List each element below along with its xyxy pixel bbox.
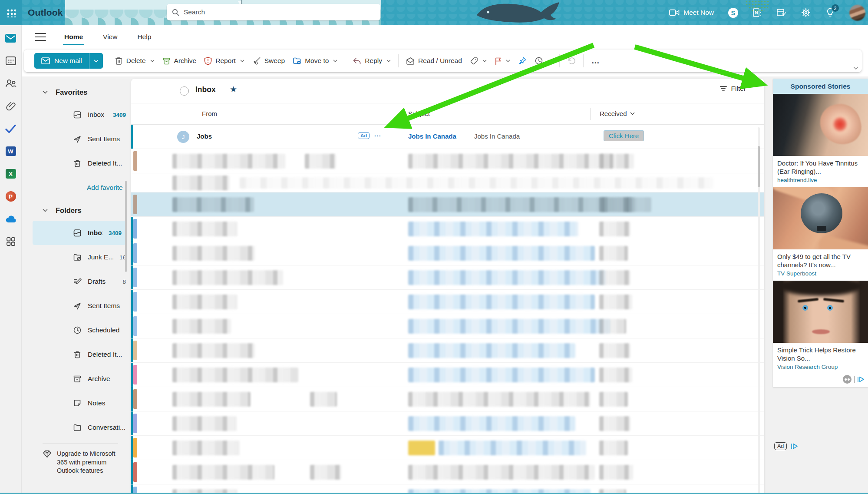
- new-mail-dropdown[interactable]: [89, 53, 103, 69]
- table-row[interactable]: [131, 149, 764, 173]
- ad-title[interactable]: Doctor: If You Have Tinnitus (Ear Ringin…: [773, 156, 868, 176]
- undo-button[interactable]: [563, 54, 580, 68]
- rail-attachments-button[interactable]: [5, 100, 17, 112]
- redacted-text: [408, 392, 591, 407]
- add-favorite-button[interactable]: Add favorite: [22, 176, 130, 200]
- ribbon-collapse-button[interactable]: [853, 63, 858, 71]
- report-button[interactable]: Report: [200, 53, 248, 68]
- categorize-button[interactable]: [466, 54, 491, 68]
- ad-domain-link[interactable]: Vision Research Group: [773, 363, 868, 374]
- table-row[interactable]: [131, 387, 764, 411]
- table-row[interactable]: [131, 173, 764, 192]
- ad-domain-link[interactable]: healthtrend.live: [773, 176, 868, 187]
- tab-view[interactable]: View: [100, 30, 120, 44]
- table-row[interactable]: [131, 217, 764, 241]
- redacted-text: [408, 441, 435, 455]
- sponsored-ad-tinnitus[interactable]: Doctor: If You Have Tinnitus (Ear Ringin…: [773, 94, 868, 187]
- table-row[interactable]: [131, 436, 764, 460]
- folder-item-deleted[interactable]: Deleted It...: [22, 342, 130, 367]
- favorite-item-inbox[interactable]: Inbox 3409: [22, 103, 130, 127]
- chevron-down-icon: [853, 66, 858, 70]
- onenote-button[interactable]: N: [752, 8, 762, 17]
- favorites-section-header[interactable]: Favorites: [22, 82, 130, 103]
- app-launcher-button[interactable]: [0, 0, 22, 25]
- ad-title[interactable]: Only $49 to get all the TV channels? It'…: [773, 249, 868, 270]
- skype-button[interactable]: S: [728, 8, 738, 18]
- table-row[interactable]: [131, 314, 764, 338]
- move-to-button[interactable]: Move to: [289, 54, 341, 68]
- read-unread-button[interactable]: Read / Unread: [402, 54, 466, 68]
- table-row[interactable]: [131, 363, 764, 387]
- table-row[interactable]: [131, 338, 764, 363]
- hamburger-menu-button[interactable]: [35, 33, 46, 41]
- list-scrollbar-thumb[interactable]: [758, 146, 760, 187]
- pin-button[interactable]: [514, 53, 531, 68]
- rail-powerpoint-button[interactable]: P: [5, 190, 17, 202]
- rail-people-button[interactable]: [5, 77, 17, 90]
- select-all-checkbox[interactable]: [180, 86, 189, 96]
- rail-excel-button[interactable]: X: [5, 168, 17, 180]
- reply-button[interactable]: Reply: [349, 54, 395, 68]
- folder-item-inbox[interactable]: Inbox 3409: [33, 221, 126, 245]
- new-mail-button[interactable]: New mail: [34, 53, 103, 69]
- folder-item-drafts[interactable]: Drafts 8: [22, 269, 130, 294]
- meet-now-button[interactable]: Meet Now: [669, 9, 714, 17]
- rail-calendar-button[interactable]: [5, 55, 17, 67]
- table-row[interactable]: [131, 290, 764, 314]
- ad-email-row[interactable]: J Jobs Ad ... Jobs In Canada Jobs In Can…: [131, 125, 764, 149]
- ad-feedback-icon[interactable]: [843, 375, 851, 384]
- column-from[interactable]: From: [202, 110, 217, 117]
- tips-button[interactable]: 2: [825, 7, 835, 18]
- click-here-button[interactable]: Click Here: [604, 130, 644, 141]
- rail-mail-button[interactable]: [5, 32, 17, 44]
- column-subject[interactable]: Subject: [408, 110, 430, 117]
- table-row[interactable]: [131, 460, 764, 484]
- table-row[interactable]: [131, 265, 764, 290]
- flag-button[interactable]: [491, 54, 514, 68]
- ad-domain-link[interactable]: TV Superboost: [773, 270, 868, 281]
- folder-item-scheduled[interactable]: Scheduled: [22, 318, 130, 342]
- column-received-sort[interactable]: Received: [600, 110, 635, 117]
- folder-item-junk[interactable]: Junk E... 16: [22, 245, 130, 269]
- ad-subject-link[interactable]: Jobs In Canada: [408, 133, 456, 140]
- upgrade-promo[interactable]: Upgrade to Microsoft 365 with premium Ou…: [43, 443, 118, 475]
- favorite-item-deleted[interactable]: Deleted It...: [22, 151, 130, 176]
- search-bar[interactable]: [167, 4, 380, 20]
- delete-button[interactable]: Delete: [111, 53, 158, 68]
- rail-more-apps-button[interactable]: [5, 235, 17, 248]
- rail-word-button[interactable]: W: [5, 145, 17, 157]
- sweep-button[interactable]: Sweep: [248, 53, 289, 68]
- redacted-text: [305, 154, 336, 169]
- ad-title[interactable]: Simple Trick Helps Restore Vision So...: [773, 343, 868, 363]
- sponsored-ad-vision[interactable]: Simple Trick Helps Restore Vision So... …: [773, 281, 868, 374]
- folder-item-sent[interactable]: Sent Items: [22, 294, 130, 318]
- favorite-star-icon[interactable]: ★: [230, 84, 237, 94]
- folder-item-archive[interactable]: Archive: [22, 367, 130, 391]
- tab-home[interactable]: Home: [62, 30, 86, 44]
- table-row[interactable]: [131, 192, 764, 217]
- folders-section-header[interactable]: Folders: [22, 200, 130, 221]
- rail-todo-button[interactable]: [5, 123, 17, 135]
- settings-button[interactable]: [801, 7, 811, 18]
- sponsored-ad-tv[interactable]: Only $49 to get all the TV channels? It'…: [773, 187, 868, 281]
- notes-icon: [73, 399, 82, 408]
- table-row[interactable]: [131, 241, 764, 265]
- ad-options-button[interactable]: ...: [374, 131, 381, 138]
- adchoices-icon[interactable]: [791, 443, 798, 450]
- filter-button[interactable]: Filter: [720, 85, 746, 93]
- folder-item-conversation-history[interactable]: Conversati...: [22, 415, 130, 440]
- account-avatar[interactable]: [849, 5, 865, 21]
- adchoices-icon[interactable]: [857, 376, 865, 383]
- search-input[interactable]: [184, 8, 375, 16]
- rail-onedrive-button[interactable]: [5, 213, 17, 225]
- archive-button[interactable]: Archive: [158, 54, 201, 68]
- folder-pane-scrollbar[interactable]: [125, 181, 127, 272]
- tab-help[interactable]: Help: [135, 30, 154, 44]
- table-row[interactable]: [131, 411, 764, 436]
- folder-item-notes[interactable]: Notes: [22, 391, 130, 415]
- my-day-button[interactable]: [776, 8, 786, 17]
- favorite-item-sent[interactable]: Sent Items: [22, 127, 130, 151]
- calendar-check-icon: [776, 8, 786, 17]
- more-commands-button[interactable]: …: [587, 56, 604, 66]
- snooze-button[interactable]: [531, 53, 556, 68]
